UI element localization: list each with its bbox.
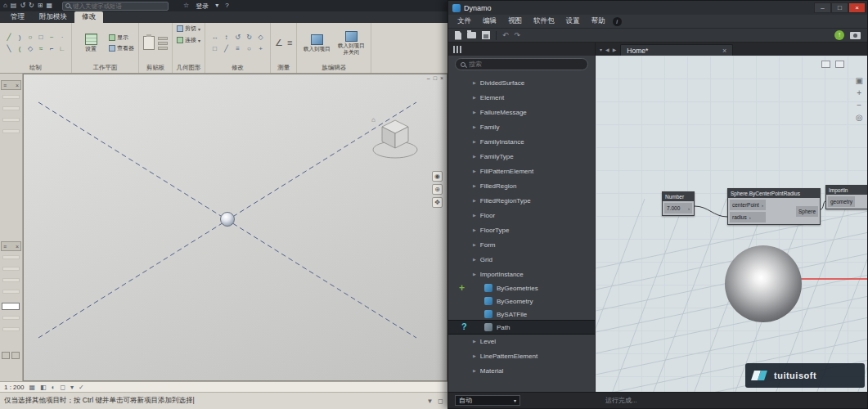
join-geometry-button[interactable]: 连接 ▾ xyxy=(177,36,200,44)
revit-drawing-canvas[interactable]: – □ × ⌂ ◉ ⊕ ✥ xyxy=(23,74,447,381)
shadows-icon[interactable]: ◻ xyxy=(60,384,65,391)
geometry-view-icon[interactable] xyxy=(821,61,830,68)
align-tool-icon[interactable]: ↔ xyxy=(209,32,220,43)
point-tool-icon[interactable]: · xyxy=(57,32,67,43)
library-item-Form[interactable]: ▶Form xyxy=(448,237,595,252)
select-toggle-icon[interactable]: ◻ xyxy=(438,398,443,405)
menu-视图[interactable]: 视图 xyxy=(502,16,528,26)
library-item-LinePatternElement[interactable]: ▶LinePatternElement xyxy=(448,348,595,363)
match-icon[interactable] xyxy=(158,47,168,50)
dock-panel-1-header[interactable]: ≡ × xyxy=(1,80,21,90)
login-button[interactable]: 登录 xyxy=(196,2,209,11)
circle-tool-icon[interactable]: ○ xyxy=(25,32,35,43)
graph-view-icon[interactable] xyxy=(835,61,844,68)
orbit-icon[interactable]: ◎ xyxy=(856,114,863,122)
zoom-icon[interactable]: ⊕ xyxy=(432,184,443,195)
print-icon[interactable]: ⊞ xyxy=(38,2,43,9)
library-item-FloorType[interactable]: ▶FloorType xyxy=(448,222,595,237)
maximize-icon[interactable]: □ xyxy=(831,2,848,13)
revit-tab-修改[interactable]: 修改 xyxy=(74,11,103,23)
library-item-ImportInstance[interactable]: ▶ImportInstance xyxy=(448,267,595,281)
node-sphere-bycenterpointradius[interactable]: Sphere.ByCenterPointRadius centerPoint ›… xyxy=(727,188,821,225)
library-item-FillPatternElement[interactable]: ▶FillPatternElement xyxy=(448,164,595,178)
new-file-icon[interactable] xyxy=(455,31,461,40)
library-item-DividedSurface[interactable]: ▶DividedSurface xyxy=(448,75,595,90)
filter-icon[interactable]: ▼ xyxy=(426,398,433,405)
scale-tool-icon[interactable]: ○ xyxy=(244,43,254,54)
redo-icon[interactable]: ↻ xyxy=(29,2,34,9)
ellipse-tool-icon[interactable]: ◇ xyxy=(25,43,35,54)
steering-wheel-icon[interactable]: ◉ xyxy=(432,171,443,182)
show-workplane-button[interactable]: 显示 xyxy=(109,34,134,42)
dock-panel-2-header[interactable]: ≡ × xyxy=(1,241,21,251)
number-value-field[interactable]: 7.000 › xyxy=(664,203,692,213)
rotate-tool-icon[interactable]: ↺ xyxy=(232,32,243,43)
port-geometry[interactable]: geometry xyxy=(828,196,855,207)
export-image-icon[interactable] xyxy=(850,32,861,39)
revit-tab-附加模块[interactable]: 附加模块 xyxy=(32,11,74,23)
undo-icon[interactable]: ↶ xyxy=(502,32,509,39)
zoom-out-icon[interactable]: − xyxy=(857,101,861,110)
menu-编辑[interactable]: 编辑 xyxy=(477,16,502,26)
mirror-tool-icon[interactable]: ↻ xyxy=(244,32,254,43)
close-icon[interactable]: × xyxy=(16,244,19,249)
redo-icon[interactable]: ↷ xyxy=(515,32,521,39)
library-item-Path[interactable]: Path xyxy=(448,321,595,334)
viewcube[interactable]: ⌂ xyxy=(370,112,421,164)
visual-style-icon[interactable]: ◧ xyxy=(40,384,47,391)
arc2-tool-icon[interactable]: ( xyxy=(15,43,25,54)
copy-icon[interactable] xyxy=(158,42,168,45)
library-icon[interactable] xyxy=(453,46,461,53)
minimize-icon[interactable]: – xyxy=(814,2,831,13)
save-file-icon[interactable] xyxy=(482,31,490,39)
library-item-Grid[interactable]: ▶Grid xyxy=(448,252,595,267)
library-item-ByGeometries[interactable]: ByGeometries xyxy=(448,281,595,294)
view-minimize-icon[interactable]: – xyxy=(427,75,430,81)
revit-search-input[interactable] xyxy=(73,2,165,10)
node-importing[interactable]: Importin geometry xyxy=(825,185,867,209)
set-workplane-button[interactable]: 设置 xyxy=(76,34,106,52)
tab-back-icon[interactable]: ◀ xyxy=(605,47,609,52)
dock-value-input[interactable] xyxy=(2,303,20,310)
detail-level-icon[interactable]: ▦ xyxy=(29,384,35,391)
library-item-Floor[interactable]: ▶Floor xyxy=(448,208,595,222)
library-item-ByGeometry[interactable]: ByGeometry xyxy=(448,294,595,308)
crop-region-icon[interactable]: ✓ xyxy=(79,384,84,391)
dimension-tool-icon[interactable]: ≡ xyxy=(287,38,292,48)
close-icon[interactable]: × xyxy=(16,83,19,88)
move-tool-icon[interactable]: □ xyxy=(209,43,220,54)
view-restore-icon[interactable]: □ xyxy=(434,75,437,81)
menu-软件包[interactable]: 软件包 xyxy=(528,16,560,26)
menu-文件[interactable]: 文件 xyxy=(452,16,477,26)
pick-line-tool-icon[interactable]: ╲ xyxy=(4,43,14,54)
pan-icon[interactable]: ✥ xyxy=(432,197,443,208)
favorites-icon[interactable]: ☆ xyxy=(183,2,189,9)
cut-icon[interactable] xyxy=(158,37,168,40)
split-tool-icon[interactable]: ≡ xyxy=(232,43,243,54)
sign-in-icon[interactable]: ↑ xyxy=(834,30,844,40)
load-to-project-button[interactable]: 载入到项目 xyxy=(301,34,332,52)
view-close-icon[interactable]: × xyxy=(440,75,443,81)
tab-home[interactable]: Home* × xyxy=(620,44,733,56)
sun-path-icon[interactable]: ◐ xyxy=(52,384,56,391)
open-file-icon[interactable] xyxy=(467,32,476,38)
sphere-element[interactable] xyxy=(220,212,235,227)
tab-forward-icon[interactable]: ▶ xyxy=(613,47,617,52)
library-item-FilledRegionType[interactable]: ▶FilledRegionType xyxy=(448,193,595,208)
fillet-tool-icon[interactable]: ∟ xyxy=(57,43,67,54)
spline-tool-icon[interactable]: ~ xyxy=(47,32,56,43)
dynamo-canvas[interactable]: Number 7.000 › Sphere.ByCenterPointRadiu… xyxy=(596,56,867,392)
info-icon[interactable]: i xyxy=(613,17,622,26)
scale-control[interactable]: 1 : 200 xyxy=(4,384,24,391)
viewer-button[interactable]: 查看器 xyxy=(109,44,134,52)
line-tool-icon[interactable]: ╱ xyxy=(4,32,14,43)
node-number[interactable]: Number 7.000 › xyxy=(662,191,695,216)
measure-tool-icon[interactable]: ∠ xyxy=(275,38,283,48)
crop-view-icon[interactable]: ▾ xyxy=(70,384,74,391)
menu-帮助[interactable]: 帮助 xyxy=(586,16,611,26)
run-mode-dropdown[interactable]: 自动 ▾ xyxy=(455,395,520,406)
dropdown-icon[interactable]: ▾ xyxy=(215,2,218,9)
app-menu-icon[interactable]: ⌂ xyxy=(3,2,7,9)
library-item-Family[interactable]: ▶Family xyxy=(448,119,595,134)
port-sphere-output[interactable]: Sphere xyxy=(796,206,818,217)
